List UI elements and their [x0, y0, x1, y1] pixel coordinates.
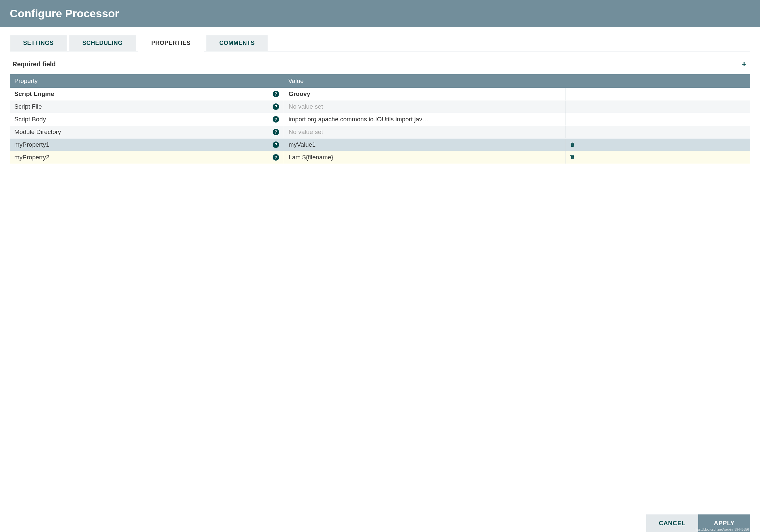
- table-row[interactable]: myProperty1 ? myValue1: [10, 139, 750, 151]
- dialog-content: SETTINGS SCHEDULING PROPERTIES COMMENTS …: [0, 27, 760, 532]
- property-value: No value set: [289, 103, 323, 110]
- property-value: I am ${filename}: [289, 154, 333, 161]
- property-name: Script Engine: [14, 90, 54, 98]
- tab-settings[interactable]: SETTINGS: [10, 35, 67, 51]
- col-header-actions: [565, 74, 750, 88]
- help-icon[interactable]: ?: [273, 104, 279, 110]
- table-header: Property Value: [10, 74, 750, 88]
- required-field-label: Required field: [12, 61, 56, 68]
- property-name: myProperty2: [14, 154, 49, 161]
- help-icon[interactable]: ?: [273, 91, 279, 97]
- tab-bar: SETTINGS SCHEDULING PROPERTIES COMMENTS: [10, 35, 750, 51]
- row-actions: [565, 139, 750, 151]
- property-name: myProperty1: [14, 141, 49, 148]
- property-value: import org.apache.commons.io.IOUtils imp…: [289, 116, 428, 123]
- row-actions: [565, 151, 750, 163]
- property-value: No value set: [289, 128, 323, 136]
- trash-icon[interactable]: [570, 155, 575, 160]
- col-header-value: Value: [284, 74, 565, 88]
- table-row[interactable]: Script Body ? import org.apache.commons.…: [10, 113, 750, 126]
- row-actions: [565, 126, 750, 138]
- col-header-property: Property: [10, 74, 284, 88]
- property-value: Groovy: [289, 90, 310, 98]
- help-icon[interactable]: ?: [273, 142, 279, 148]
- cancel-button[interactable]: CANCEL: [646, 514, 698, 532]
- table-row[interactable]: Module Directory ? No value set: [10, 126, 750, 139]
- add-property-button[interactable]: +: [738, 58, 750, 70]
- help-icon[interactable]: ?: [273, 116, 279, 123]
- help-icon[interactable]: ?: [273, 129, 279, 135]
- row-actions: [565, 88, 750, 100]
- plus-icon: +: [741, 59, 746, 69]
- tab-properties[interactable]: PROPERTIES: [138, 35, 204, 51]
- watermark-text: https://blog.csdn.net/weixin_39445556: [693, 528, 749, 531]
- property-name: Script File: [14, 103, 42, 110]
- dialog-footer: CANCEL APPLY https://blog.csdn.net/weixi…: [10, 514, 750, 532]
- properties-table: Property Value Script Engine ? Groovy Sc…: [10, 74, 750, 164]
- table-row[interactable]: Script File ? No value set: [10, 101, 750, 113]
- tab-comments[interactable]: COMMENTS: [206, 35, 268, 51]
- property-name: Module Directory: [14, 128, 61, 136]
- dialog-title: Configure Processor: [10, 7, 750, 20]
- configure-processor-dialog: Configure Processor SETTINGS SCHEDULING …: [0, 0, 760, 532]
- property-value: myValue1: [289, 141, 315, 148]
- row-actions: [565, 101, 750, 113]
- table-row[interactable]: Script Engine ? Groovy: [10, 88, 750, 101]
- apply-button-label: APPLY: [714, 520, 735, 526]
- apply-button[interactable]: APPLY https://blog.csdn.net/weixin_39445…: [698, 514, 750, 532]
- table-row[interactable]: myProperty2 ? I am ${filename}: [10, 151, 750, 164]
- trash-icon[interactable]: [570, 142, 575, 148]
- row-actions: [565, 113, 750, 125]
- help-icon[interactable]: ?: [273, 154, 279, 161]
- property-name: Script Body: [14, 116, 46, 123]
- required-field-row: Required field +: [10, 51, 750, 74]
- dialog-header: Configure Processor: [0, 0, 760, 27]
- tab-scheduling[interactable]: SCHEDULING: [69, 35, 136, 51]
